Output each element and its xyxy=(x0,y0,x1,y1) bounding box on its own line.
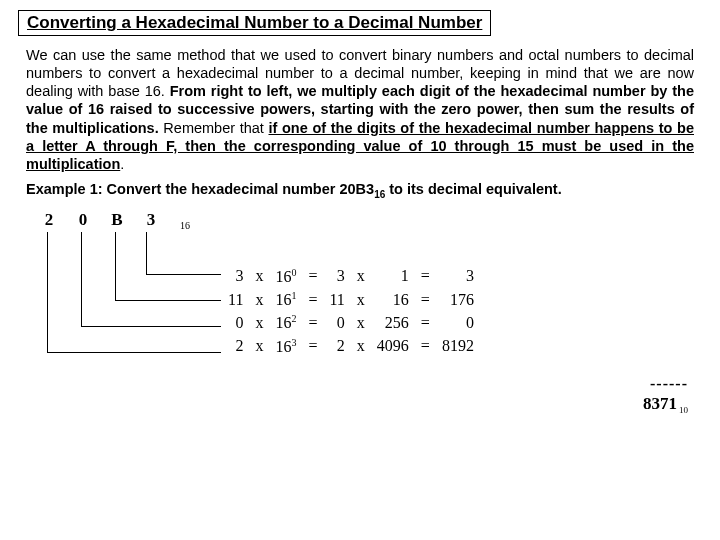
table-row: 11x 161 = 11x16 =176 xyxy=(222,288,480,311)
example-tail: to its decimal equivalent. xyxy=(385,181,561,197)
hex-digit-1: 0 xyxy=(66,210,100,230)
conversion-diagram: 20B316 3x 160 = 3x1 =3 11x 161 = 11x16 =… xyxy=(32,210,688,440)
example-label: Example 1: Convert the hexadecimal numbe… xyxy=(26,181,374,197)
bracket-4 xyxy=(47,232,221,353)
table-row: 2x 163 = 2x4096 =8192 xyxy=(222,335,480,358)
hex-digit-2: B xyxy=(100,210,134,230)
final-answer: 837110 xyxy=(643,394,688,415)
hex-digit-0: 2 xyxy=(32,210,66,230)
hex-digit-3: 316 xyxy=(134,210,202,231)
page-title: Converting a Hexadecimal Number to a Dec… xyxy=(18,10,491,36)
calculation-table: 3x 160 = 3x1 =3 11x 161 = 11x16 =176 0x … xyxy=(222,265,480,358)
hex-number: 20B316 xyxy=(32,210,202,231)
intro-paragraph: We can use the same method that we used … xyxy=(26,46,694,173)
table-row: 3x 160 = 3x1 =3 xyxy=(222,265,480,288)
table-row: 0x 162 = 0x256 =0 xyxy=(222,311,480,334)
intro-text-3: . xyxy=(120,156,124,172)
example-subscript: 16 xyxy=(374,189,385,200)
intro-text-2: Remember that xyxy=(159,120,269,136)
example-heading: Example 1: Convert the hexadecimal numbe… xyxy=(26,181,694,200)
sum-divider: ------ xyxy=(650,375,688,393)
